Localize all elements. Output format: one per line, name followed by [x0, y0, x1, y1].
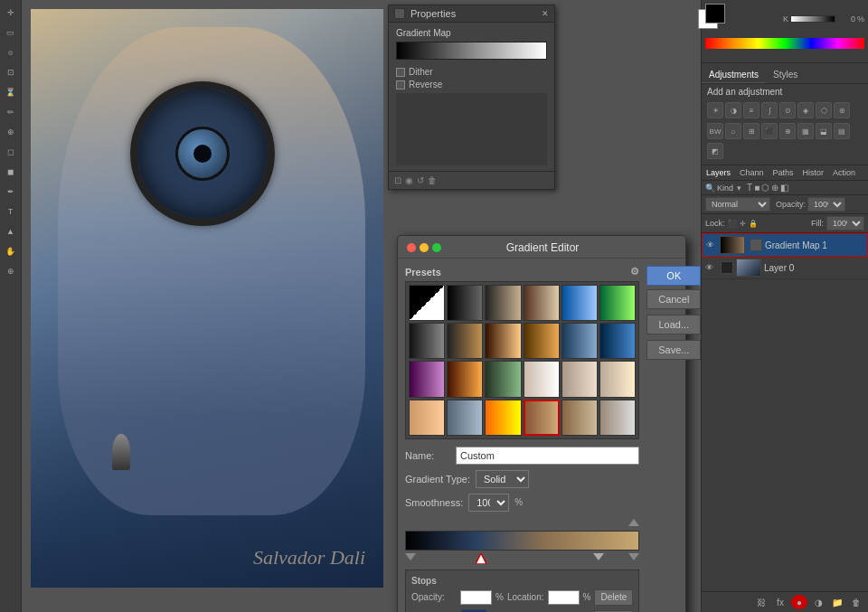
preset-15[interactable]	[485, 361, 521, 397]
eyedropper-tool[interactable]: ⌛	[2, 83, 20, 101]
curves-icon[interactable]: ∫	[761, 102, 778, 118]
layer-item-layer0[interactable]: 👁 Layer 0	[702, 257, 868, 279]
layer-visibility-icon[interactable]: 👁	[706, 240, 717, 250]
preset-4[interactable]	[524, 285, 560, 321]
color-stop-right[interactable]	[593, 553, 604, 560]
channel-mixer-icon[interactable]: ⊞	[743, 123, 760, 139]
close-button[interactable]	[407, 243, 416, 252]
opacity-delete-button[interactable]: Delete	[594, 589, 633, 606]
color-lookup-icon[interactable]: ⬛	[761, 123, 778, 139]
preset-11[interactable]	[561, 323, 598, 359]
name-input[interactable]	[456, 447, 639, 465]
preset-21[interactable]	[485, 400, 521, 436]
clone-tool[interactable]: ⊕	[2, 123, 20, 141]
filter-icon5[interactable]: ◧	[780, 183, 788, 193]
tab-styles[interactable]: Styles	[766, 67, 805, 83]
layer-link-icon[interactable]: ⛓	[753, 595, 769, 609]
preset-1[interactable]	[409, 285, 445, 321]
exposure-icon[interactable]: ⊙	[779, 102, 796, 118]
move-tool[interactable]: ✛	[2, 4, 20, 22]
preset-22-selected[interactable]	[524, 400, 560, 436]
tab-adjustments[interactable]: Adjustments	[702, 67, 766, 83]
crop-tool[interactable]: ⊡	[2, 63, 20, 81]
preset-13[interactable]	[409, 361, 445, 397]
visibility-icon[interactable]: ◉	[405, 175, 413, 185]
lock-pixels-icon[interactable]: ⬛	[728, 220, 737, 228]
preset-19[interactable]	[409, 400, 445, 436]
presets-gear-icon[interactable]: ⚙	[630, 266, 639, 278]
levels-icon[interactable]: ≡	[743, 102, 760, 118]
color-stop-far-right[interactable]	[628, 553, 639, 560]
preset-14[interactable]	[447, 361, 483, 397]
load-button[interactable]: Load...	[646, 315, 701, 334]
filter-icon2[interactable]: ■	[754, 183, 760, 193]
k-slider[interactable]	[790, 15, 835, 23]
gradient-type-select[interactable]: Solid Noise	[476, 470, 529, 488]
layer-delete-icon[interactable]: 🗑	[848, 595, 864, 609]
minimize-button[interactable]	[420, 243, 429, 252]
shape-tool[interactable]: ▲	[2, 222, 20, 240]
smoothness-select[interactable]: 100	[468, 494, 509, 512]
opacity-select[interactable]: 100%	[807, 197, 845, 212]
preset-5[interactable]	[561, 285, 598, 321]
preset-16[interactable]	[524, 361, 560, 397]
tab-layers[interactable]: Layers	[702, 165, 735, 180]
layer-adjustment-icon[interactable]: ◑	[810, 595, 826, 609]
text-tool[interactable]: T	[2, 202, 20, 221]
gradient-map-icon[interactable]: ▤	[834, 123, 850, 139]
filter-icon3[interactable]: ⬡	[761, 183, 769, 193]
layer0-visibility-icon[interactable]: 👁	[705, 263, 716, 272]
preset-7[interactable]	[409, 323, 445, 359]
tab-actions[interactable]: Action	[828, 165, 860, 180]
filter-dropdown-icon[interactable]: ▾	[737, 184, 741, 193]
layer-item-gradient-map[interactable]: 👁 Gradient Map 1	[702, 233, 868, 257]
layer-fx-icon[interactable]: fx	[772, 595, 788, 609]
preset-20[interactable]	[447, 400, 483, 436]
rainbow-bar[interactable]	[705, 38, 864, 49]
cancel-button[interactable]: Cancel	[646, 289, 701, 309]
preset-17[interactable]	[561, 361, 598, 397]
lock-position-icon[interactable]: ✛	[740, 220, 746, 228]
preset-9[interactable]	[485, 323, 521, 359]
posterize-icon[interactable]: ▦	[797, 123, 814, 139]
vibrance-icon[interactable]: ◈	[797, 102, 814, 118]
colorbalance-icon[interactable]: ⊛	[834, 102, 850, 118]
preset-6[interactable]	[599, 285, 636, 321]
hand-tool[interactable]: ✋	[2, 242, 20, 260]
preset-2[interactable]	[447, 285, 483, 321]
preset-24[interactable]	[599, 400, 636, 436]
layer-mask-icon[interactable]: ●	[791, 595, 807, 609]
color-stop-active[interactable]	[476, 553, 486, 566]
reset-icon[interactable]: ↺	[417, 175, 424, 185]
foreground-color-swatch[interactable]	[705, 4, 725, 24]
preset-10[interactable]	[524, 323, 560, 359]
save-button[interactable]: Save...	[646, 340, 701, 360]
gradient-tool[interactable]: ◼	[2, 163, 20, 181]
blend-mode-select[interactable]: Normal Multiply Screen	[705, 197, 770, 212]
zoom-tool[interactable]: ⊕	[2, 262, 20, 280]
ok-button[interactable]: OK	[646, 266, 701, 286]
invert-icon[interactable]: ⊕	[779, 123, 796, 139]
select-tool[interactable]: ▭	[2, 24, 20, 42]
preset-18[interactable]	[599, 361, 636, 397]
preset-12[interactable]	[599, 323, 636, 359]
eraser-tool[interactable]: ◻	[2, 143, 20, 161]
tab-history[interactable]: Histor	[798, 165, 829, 180]
hue-icon[interactable]: ⬡	[816, 102, 832, 118]
mask-icon[interactable]: ⊡	[394, 175, 401, 185]
lasso-tool[interactable]: ⌾	[2, 43, 20, 61]
dither-checkbox[interactable]	[396, 68, 405, 77]
properties-gradient-bar[interactable]	[396, 42, 547, 60]
opacity-input[interactable]	[460, 590, 492, 605]
preset-8[interactable]	[447, 323, 483, 359]
filter-icon1[interactable]: T	[747, 183, 752, 193]
reverse-checkbox[interactable]	[396, 80, 405, 89]
threshold-icon[interactable]: ⬓	[816, 123, 832, 139]
brush-tool[interactable]: ✏	[2, 103, 20, 121]
filter-icon4[interactable]: ⊕	[771, 183, 778, 193]
pen-tool[interactable]: ✒	[2, 183, 20, 201]
bw-icon[interactable]: BW	[707, 123, 723, 139]
contrast-icon[interactable]: ◑	[725, 102, 741, 118]
preset-23[interactable]	[561, 400, 598, 436]
opacity-stop-right[interactable]	[628, 519, 639, 526]
